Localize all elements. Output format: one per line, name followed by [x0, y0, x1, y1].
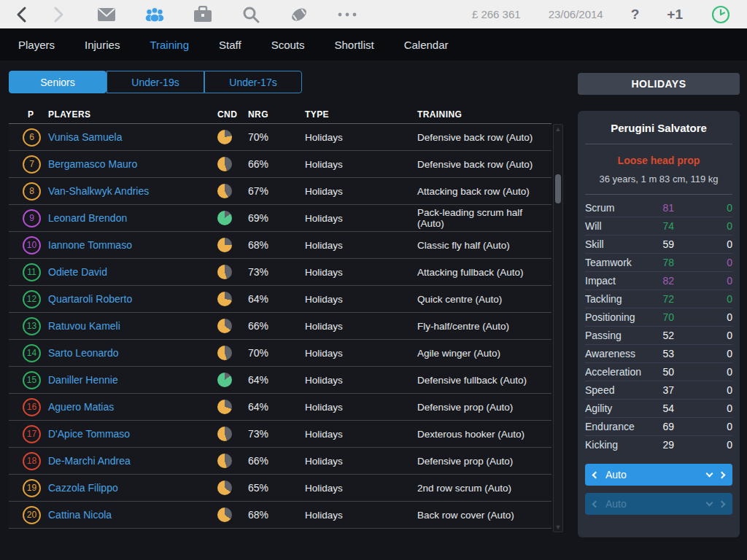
table-scrollbar[interactable]: ▲ ▼	[553, 124, 563, 532]
stat-label: Kicking	[585, 439, 645, 451]
table-row[interactable]: 6 Vunisa Samuela 70% Holidays Defensive …	[9, 124, 551, 151]
player-name-link[interactable]: Iannone Tommaso	[48, 239, 217, 251]
stat-value: 53	[645, 348, 674, 359]
training-table: P PLAYERS CND NRG TYPE TRAINING 6 Vunisa…	[9, 105, 551, 529]
stat-value: 59	[645, 238, 674, 250]
mail-icon[interactable]	[96, 4, 117, 25]
table-row[interactable]: 13 Ratuvou Kameli 66% Holidays Fly-half/…	[9, 313, 551, 340]
tab-seniors[interactable]: Seniors	[9, 71, 107, 93]
table-row[interactable]: 20 Cattina Nicola 68% Holidays Back row …	[9, 502, 551, 529]
table-row[interactable]: 10 Iannone Tommaso 68% Holidays Classic …	[9, 232, 551, 259]
tab-under-19s[interactable]: Under-19s	[107, 71, 204, 93]
forward-icon[interactable]	[48, 4, 69, 25]
nav-item-calendar[interactable]: Calendar	[404, 39, 449, 51]
player-name-link[interactable]: Vunisa Samuela	[48, 131, 217, 143]
training-focus: Defensive back row (Auto)	[404, 132, 551, 143]
nav-item-staff[interactable]: Staff	[219, 39, 241, 51]
table-row[interactable]: 16 Aguero Matias 64% Holidays Defensive …	[9, 394, 551, 421]
stat-label: Acceleration	[585, 366, 645, 378]
energy-value: 66%	[248, 320, 293, 332]
stat-label: Agility	[585, 402, 645, 414]
stat-label: Positioning	[585, 311, 645, 323]
training-focus: Back row cover (Auto)	[404, 510, 551, 521]
nav-item-injuries[interactable]: Injuries	[85, 39, 120, 51]
stat-delta: 0	[674, 238, 732, 250]
player-name-link[interactable]: Odiete David	[48, 266, 217, 278]
player-name-link[interactable]: D'Apice Tommaso	[48, 428, 217, 440]
training-type: Holidays	[293, 213, 404, 224]
back-icon[interactable]	[12, 4, 32, 25]
stat-label: Awareness	[585, 348, 645, 359]
table-row[interactable]: 8 Van-Shalkwyk Andries 67% Holidays Atta…	[9, 178, 551, 205]
stat-delta: 0	[674, 384, 732, 396]
player-name-link[interactable]: Daniller Hennie	[48, 374, 217, 386]
jersey-number-badge: 13	[23, 317, 41, 335]
training-focus: Attacking back row (Auto)	[404, 186, 551, 197]
squad-tabs: SeniorsUnder-19sUnder-17s	[9, 71, 302, 93]
chevron-right-icon[interactable]	[719, 471, 726, 478]
stat-label: Skill	[585, 238, 645, 250]
energy-value: 70%	[248, 347, 293, 359]
stat-value: 29	[645, 439, 674, 451]
energy-value: 69%	[248, 212, 293, 224]
player-name-link[interactable]: Sarto Leonardo	[48, 347, 217, 359]
table-row[interactable]: 7 Bergamasco Mauro 66% Holidays Defensiv…	[9, 151, 551, 178]
table-row[interactable]: 14 Sarto Leonardo 70% Holidays Agile win…	[9, 340, 551, 367]
energy-value: 73%	[248, 266, 293, 278]
table-row[interactable]: 9 Leonard Brendon 69% Holidays Pack-lead…	[9, 205, 551, 232]
nav-item-shortlist[interactable]: Shortlist	[334, 39, 374, 51]
jersey-number-badge: 6	[23, 128, 41, 147]
scroll-down-icon[interactable]: ▼	[555, 523, 562, 532]
rugby-ball-icon[interactable]	[289, 4, 309, 25]
training-focus: Fly-half/centre (Auto)	[404, 321, 551, 332]
more-icon[interactable]	[337, 4, 357, 25]
table-row[interactable]: 12 Quartaroli Roberto 64% Holidays Quick…	[9, 286, 551, 313]
stat-value: 69	[645, 421, 674, 432]
table-row[interactable]: 19 Cazzola Filippo 65% Holidays 2nd row …	[9, 475, 551, 502]
help-button[interactable]: ?	[631, 7, 640, 23]
search-icon[interactable]	[241, 4, 261, 25]
jersey-number-badge: 18	[23, 452, 41, 470]
stat-row: Agility 54 0	[585, 399, 732, 417]
squad-icon[interactable]	[144, 4, 165, 25]
stat-delta: 0	[674, 293, 732, 305]
table-row[interactable]: 17 D'Apice Tommaso 73% Holidays Dexterou…	[9, 421, 551, 448]
training-dropdown-1[interactable]: Auto	[585, 464, 732, 486]
energy-value: 64%	[248, 293, 293, 305]
continue-clock-icon[interactable]	[711, 4, 731, 25]
condition-pie-icon	[217, 373, 232, 387]
condition-pie-icon	[217, 427, 232, 441]
dropdown-value: Auto	[605, 498, 627, 510]
chevron-down-icon[interactable]	[706, 470, 713, 478]
player-name-link[interactable]: Cattina Nicola	[48, 509, 217, 521]
player-name-link[interactable]: Van-Shalkwyk Andries	[48, 185, 217, 197]
table-row[interactable]: 11 Odiete David 73% Holidays Attacking f…	[9, 259, 551, 286]
player-name-link[interactable]: De-Marchi Andrea	[48, 455, 217, 467]
player-name-link[interactable]: Cazzola Filippo	[48, 482, 217, 494]
add-day-button[interactable]: +1	[667, 7, 683, 23]
player-name-link[interactable]: Ratuvou Kameli	[48, 320, 217, 332]
stat-label: Endurance	[585, 421, 645, 432]
table-row[interactable]: 15 Daniller Hennie 64% Holidays Defensiv…	[9, 367, 551, 394]
training-focus: Defensive prop (Auto)	[404, 402, 551, 413]
energy-value: 68%	[248, 239, 293, 251]
player-name-link[interactable]: Leonard Brendon	[48, 212, 217, 224]
scrollbar-thumb[interactable]	[555, 174, 561, 203]
nav-item-scouts[interactable]: Scouts	[271, 39, 305, 51]
player-position: Loose head prop	[585, 155, 732, 166]
training-type: Holidays	[293, 321, 404, 332]
stat-row: Acceleration 50 0	[585, 362, 732, 381]
nav-item-training[interactable]: Training	[150, 39, 189, 51]
jersey-number-badge: 8	[23, 182, 41, 201]
table-row[interactable]: 18 De-Marchi Andrea 66% Holidays Defensi…	[9, 448, 551, 475]
player-name-link[interactable]: Bergamasco Mauro	[48, 158, 217, 170]
chevron-left-icon[interactable]	[592, 471, 600, 478]
tab-under-17s[interactable]: Under-17s	[204, 71, 302, 93]
stat-delta: 0	[674, 402, 732, 414]
scroll-up-icon[interactable]: ▲	[555, 125, 562, 133]
nav-item-players[interactable]: Players	[18, 39, 55, 51]
player-name-link[interactable]: Quartaroli Roberto	[48, 293, 217, 305]
briefcase-icon[interactable]	[193, 4, 213, 25]
holidays-button[interactable]: HOLIDAYS	[578, 73, 740, 95]
player-name-link[interactable]: Aguero Matias	[48, 401, 217, 413]
